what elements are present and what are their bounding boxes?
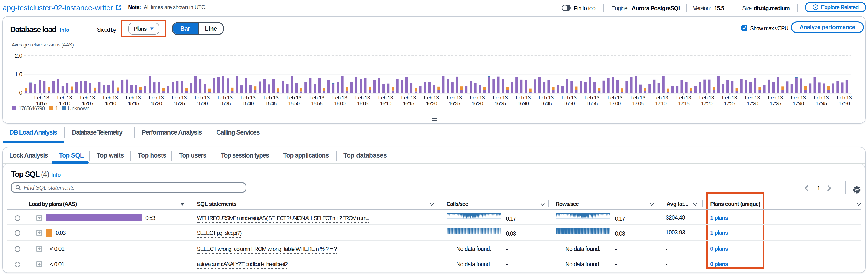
svg-text:15:45: 15:45 bbox=[265, 101, 277, 106]
svg-text:17:05: 17:05 bbox=[632, 101, 644, 106]
svg-text:1.0: 1.0 bbox=[15, 71, 22, 77]
svg-text:Feb 13: Feb 13 bbox=[286, 95, 301, 101]
svg-text:17:30: 17:30 bbox=[747, 101, 758, 106]
svg-text:Feb 13: Feb 13 bbox=[539, 95, 554, 101]
svg-text:15:55: 15:55 bbox=[311, 101, 322, 106]
svg-text:17:15: 17:15 bbox=[678, 101, 689, 106]
svg-text:Feb 13: Feb 13 bbox=[837, 95, 851, 101]
svg-text:Feb 13: Feb 13 bbox=[80, 95, 95, 101]
svg-text:Feb 13: Feb 13 bbox=[195, 95, 210, 101]
svg-text:17:25: 17:25 bbox=[724, 101, 735, 106]
svg-text:Feb 13: Feb 13 bbox=[34, 95, 49, 101]
svg-text:Feb 13: Feb 13 bbox=[768, 95, 783, 101]
svg-text:Feb 13: Feb 13 bbox=[149, 95, 164, 101]
svg-text:Feb 13: Feb 13 bbox=[424, 95, 439, 101]
svg-text:15:25: 15:25 bbox=[174, 101, 185, 106]
svg-text:Feb 13: Feb 13 bbox=[401, 95, 416, 101]
svg-text:16:30: 16:30 bbox=[472, 101, 483, 106]
svg-text:Feb 13: Feb 13 bbox=[447, 95, 462, 101]
svg-text:Feb 13: Feb 13 bbox=[630, 95, 645, 101]
svg-text:Feb 13: Feb 13 bbox=[745, 95, 760, 101]
svg-text:17:20: 17:20 bbox=[701, 101, 712, 106]
svg-text:Feb 13: Feb 13 bbox=[309, 95, 324, 101]
svg-text:16:25: 16:25 bbox=[449, 101, 460, 106]
svg-text:17:45: 17:45 bbox=[815, 101, 827, 106]
svg-text:Feb 13: Feb 13 bbox=[699, 95, 714, 101]
svg-text:15:10: 15:10 bbox=[105, 101, 116, 106]
svg-text:16:55: 16:55 bbox=[586, 101, 598, 106]
svg-text:Feb 13: Feb 13 bbox=[57, 95, 72, 101]
svg-text:15:50: 15:50 bbox=[288, 101, 300, 106]
svg-text:16:00: 16:00 bbox=[334, 101, 346, 106]
svg-text:Feb 13: Feb 13 bbox=[172, 95, 187, 101]
svg-text:16:15: 16:15 bbox=[403, 101, 414, 106]
svg-text:15:20: 15:20 bbox=[151, 101, 162, 106]
svg-text:Feb 13: Feb 13 bbox=[470, 95, 485, 101]
svg-text:Feb 13: Feb 13 bbox=[218, 95, 232, 101]
svg-text:Feb 13: Feb 13 bbox=[264, 95, 278, 101]
svg-text:16:40: 16:40 bbox=[518, 101, 529, 106]
svg-text:Feb 13: Feb 13 bbox=[584, 95, 599, 101]
svg-text:Feb 13: Feb 13 bbox=[791, 95, 806, 101]
svg-text:15:15: 15:15 bbox=[128, 101, 139, 106]
svg-text:15:40: 15:40 bbox=[242, 101, 254, 106]
svg-text:16:35: 16:35 bbox=[495, 101, 506, 106]
svg-text:Feb 13: Feb 13 bbox=[653, 95, 668, 101]
svg-text:0: 0 bbox=[19, 90, 22, 96]
svg-text:Feb 13: Feb 13 bbox=[378, 95, 393, 101]
svg-text:15:35: 15:35 bbox=[220, 101, 231, 106]
svg-text:Feb 13: Feb 13 bbox=[676, 95, 691, 101]
svg-text:Feb 13: Feb 13 bbox=[562, 95, 577, 101]
svg-text:Feb 13: Feb 13 bbox=[722, 95, 737, 101]
svg-text:17:00: 17:00 bbox=[609, 101, 621, 106]
svg-text:Feb 13: Feb 13 bbox=[126, 95, 141, 101]
svg-text:17:10: 17:10 bbox=[655, 101, 666, 106]
svg-text:17:40: 17:40 bbox=[793, 101, 804, 106]
svg-text:Feb 13: Feb 13 bbox=[814, 95, 829, 101]
svg-text:Feb 13: Feb 13 bbox=[355, 95, 370, 101]
svg-text:15:30: 15:30 bbox=[196, 101, 208, 106]
svg-text:Feb 13: Feb 13 bbox=[493, 95, 507, 101]
svg-text:17:50: 17:50 bbox=[839, 101, 850, 106]
svg-text:17:35: 17:35 bbox=[770, 101, 781, 106]
svg-text:Feb 13: Feb 13 bbox=[241, 95, 255, 101]
svg-text:Feb 13: Feb 13 bbox=[103, 95, 118, 101]
svg-text:16:50: 16:50 bbox=[563, 101, 575, 106]
svg-text:16:45: 16:45 bbox=[540, 101, 552, 106]
svg-text:2.0: 2.0 bbox=[15, 53, 22, 59]
svg-text:16:05: 16:05 bbox=[357, 101, 368, 106]
svg-text:Feb 13: Feb 13 bbox=[516, 95, 531, 101]
svg-text:Feb 13: Feb 13 bbox=[608, 95, 622, 101]
svg-text:16:20: 16:20 bbox=[426, 101, 437, 106]
svg-text:Feb 13: Feb 13 bbox=[332, 95, 347, 101]
svg-text:16:10: 16:10 bbox=[380, 101, 391, 106]
